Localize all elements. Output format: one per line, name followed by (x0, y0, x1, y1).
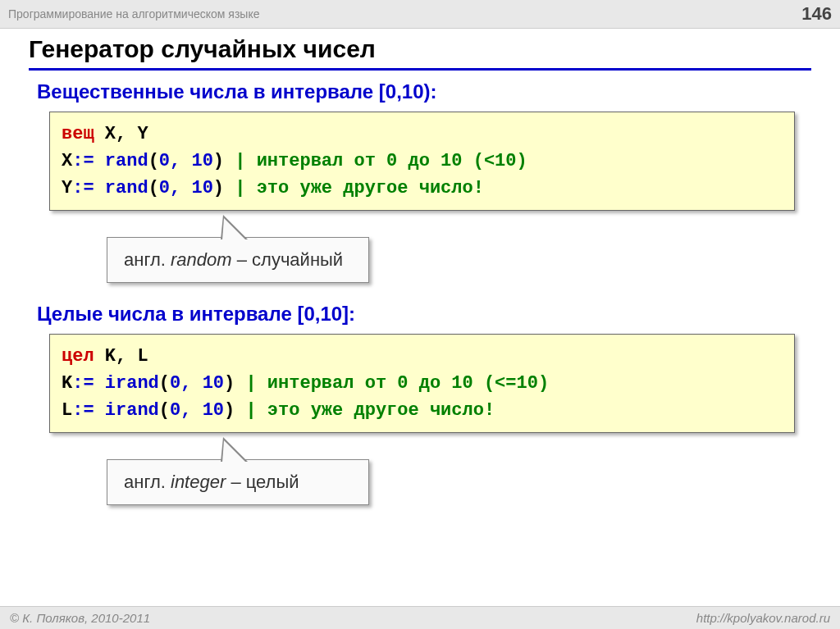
code-line-2: X:= rand(0, 10) | интервал от 0 до 10 (<… (62, 148, 783, 175)
code-line-1b: цел K, L (62, 343, 783, 370)
code-line-3b: L:= irand(0, 10) | это уже другое число! (62, 397, 783, 424)
slide-footer: © К. Поляков, 2010-2011 http://kpolyakov… (0, 606, 840, 629)
section2-heading: Целые числа в интервале [0,10]: (37, 303, 811, 326)
page-number: 146 (801, 3, 832, 25)
slide-content: Генератор случайных чисел Вещественные ч… (0, 29, 840, 505)
code-block-int: цел K, L K:= irand(0, 10) | интервал от … (49, 334, 795, 433)
course-title: Программирование на алгоритмическом язык… (8, 7, 259, 21)
callout-random: англ. random – случайный (29, 237, 811, 283)
callout-integer: англ. integer – целый (29, 459, 811, 505)
page-title: Генератор случайных чисел (29, 35, 811, 71)
code-line-2b: K:= irand(0, 10) | интервал от 0 до 10 (… (62, 370, 783, 397)
slide-header: Программирование на алгоритмическом язык… (0, 0, 840, 29)
copyright: © К. Поляков, 2010-2011 (10, 611, 150, 625)
code-line-1: вещ X, Y (62, 121, 783, 148)
code-block-real: вещ X, Y X:= rand(0, 10) | интервал от 0… (49, 112, 795, 211)
section1-heading: Вещественные числа в интервале [0,10): (37, 80, 811, 103)
code-line-3: Y:= rand(0, 10) | это уже другое число! (62, 175, 783, 202)
footer-url: http://kpolyakov.narod.ru (696, 611, 830, 625)
